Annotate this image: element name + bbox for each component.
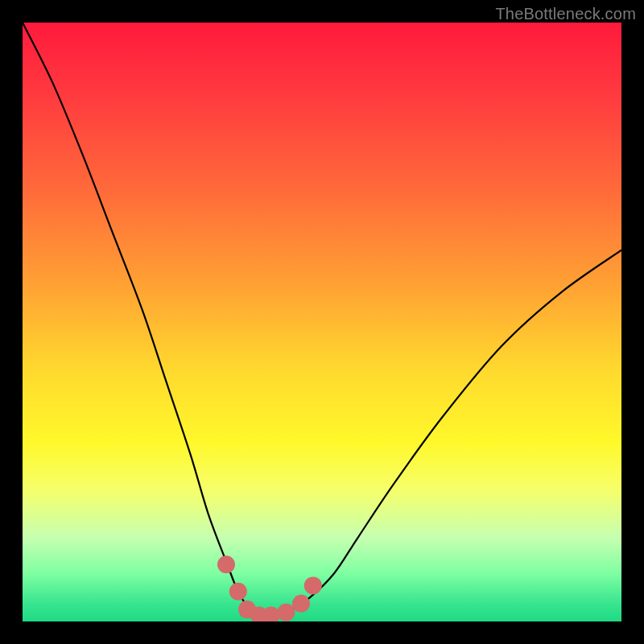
plot-area bbox=[23, 23, 621, 621]
floor-marker bbox=[304, 576, 322, 594]
chart-svg bbox=[23, 23, 621, 621]
floor-marker bbox=[277, 604, 295, 621]
floor-marker bbox=[229, 583, 247, 601]
watermark-text: TheBottleneck.com bbox=[495, 5, 636, 23]
outer-frame: TheBottleneck.com bbox=[0, 0, 644, 644]
floor-marker bbox=[217, 555, 235, 573]
floor-marker bbox=[292, 595, 310, 613]
bottleneck-curve bbox=[23, 23, 621, 617]
floor-markers-group bbox=[217, 555, 322, 621]
